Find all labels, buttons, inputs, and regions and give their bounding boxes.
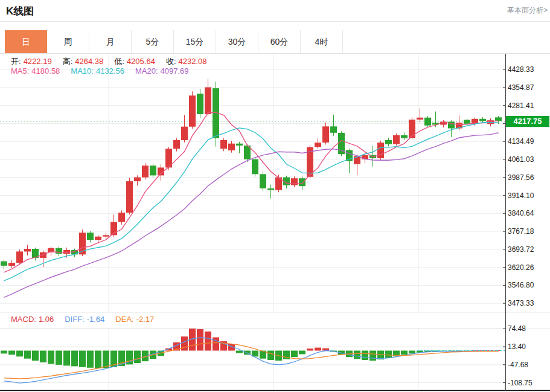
price-axis-tick: 3914.10 [508,191,534,200]
price-axis-tick: 4354.87 [508,83,534,92]
tab-bar-divider [0,53,550,54]
price-axis-tick: 3693.72 [508,245,534,254]
dea-line [4,342,499,379]
tab-周[interactable]: 周 [47,30,89,53]
ma10-line [4,123,499,281]
diff-line [4,338,499,383]
tab-15分[interactable]: 15分 [174,30,216,53]
price-axis-tick: 3620.26 [508,263,534,272]
price-axis-tick: 4134.49 [508,137,534,146]
fundamental-analysis-link[interactable]: 基本面分析> [507,5,548,16]
tab-4时[interactable]: 4时 [301,30,343,53]
info-item: MA5:4180.58 [11,66,62,76]
tab-60分[interactable]: 60分 [258,30,301,53]
macd-info-row: MACD:1.06DIFF:-1.64DEA:-2.17 [11,315,165,324]
page-header: K线图 基本面分析> [0,0,550,22]
page-title: K线图 [6,4,34,18]
ma-info-row: MA5:4180.58MA10:4132.56MA20:4097.69 [11,66,200,76]
macd-axis-tick: -108.75 [508,379,532,387]
info-item: 高:4264.38 [63,57,106,66]
macd-histogram-layer [1,329,502,368]
info-item: DEA:-2.17 [115,315,156,324]
price-axis-tick: 3546.80 [508,281,534,289]
kline-app: K线图 基本面分析> 日周月5分15分30分60分4时 开:4222.19高:4… [0,0,550,392]
ma20-line [4,133,499,298]
price-axis-tick: 3840.64 [508,209,534,217]
macd-axis-tick: 13.40 [508,342,526,351]
tab-5分[interactable]: 5分 [132,30,174,53]
candles-layer [1,79,502,269]
tab-日[interactable]: 日 [5,30,47,53]
tab-30分[interactable]: 30分 [216,30,258,53]
macd-axis-tick: -47.68 [508,361,528,369]
price-axis-tick: 4428.33 [508,65,534,74]
macd-axis-tick: 74.48 [508,324,526,333]
price-axis-tick: 4061.03 [508,155,534,164]
current-price-tag: 4217.75 [506,116,549,127]
info-item: MA10:4132.56 [71,66,127,76]
price-axis-tick: 3987.56 [508,173,534,182]
price-axis-tick: 3473.33 [508,299,534,307]
info-item: MACD:1.06 [11,315,56,324]
interval-tab-bar: 日周月5分15分30分60分4时 [5,30,343,53]
ma5-line [4,112,499,272]
info-item: MA20:4097.69 [135,66,191,76]
info-item: 收:4232.08 [166,57,209,66]
info-item: 开:4222.19 [11,57,54,66]
price-axis-tick: 3767.18 [508,227,534,236]
ohlc-info-row: 开:4222.19高:4264.38低:4205.64收:4232.08 [11,56,218,67]
info-item: 低:4205.64 [114,57,158,66]
price-axis-tick: 4281.41 [508,101,534,110]
info-item: DIFF:-1.64 [65,315,107,324]
tab-月[interactable]: 月 [89,30,132,53]
